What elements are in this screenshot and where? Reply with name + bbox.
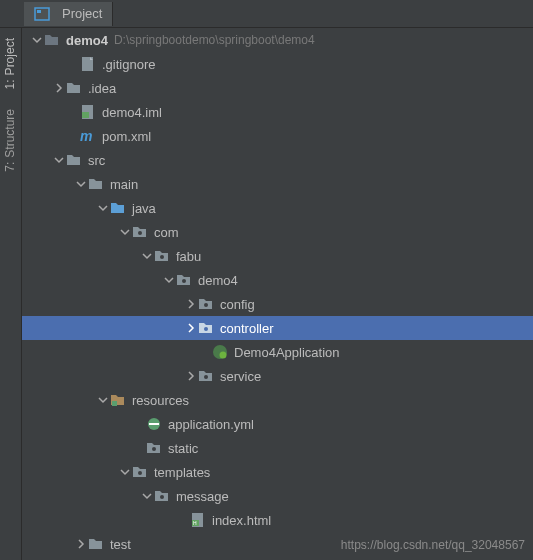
watermark-text: https://blog.csdn.net/qq_32048567: [341, 538, 525, 552]
folder-icon: [88, 176, 104, 192]
package-icon: [176, 272, 192, 288]
tree-row-folder[interactable]: src: [22, 148, 533, 172]
package-icon: [198, 296, 214, 312]
tree-label: controller: [220, 321, 273, 336]
tree-row-root[interactable]: demo4 D:\springbootdemo\springboot\demo4: [22, 28, 533, 52]
chevron-down-icon[interactable]: [30, 33, 44, 47]
tree-label: pom.xml: [102, 129, 151, 144]
side-tab-prefix: 7:: [3, 162, 17, 172]
tree-label: application.yml: [168, 417, 254, 432]
maven-icon: [80, 128, 96, 144]
module-icon: [44, 32, 60, 48]
tree-label: .gitignore: [102, 57, 155, 72]
project-icon: [34, 6, 50, 22]
resources-folder-icon: [110, 392, 126, 408]
project-tree[interactable]: demo4 D:\springbootdemo\springboot\demo4…: [22, 28, 533, 560]
chevron-down-icon[interactable]: [74, 177, 88, 191]
package-icon: [154, 488, 170, 504]
side-tab-strip: 1: Project 7: Structure: [0, 28, 22, 560]
package-icon: [198, 320, 214, 336]
side-tab-label: Project: [3, 38, 17, 75]
folder-icon: [88, 536, 104, 552]
tree-row-package[interactable]: com: [22, 220, 533, 244]
project-tab[interactable]: Project: [24, 2, 113, 26]
tree-label: .idea: [88, 81, 116, 96]
html-file-icon: [190, 512, 206, 528]
tree-row-package[interactable]: config: [22, 292, 533, 316]
tree-label: fabu: [176, 249, 201, 264]
chevron-down-icon[interactable]: [140, 489, 154, 503]
tree-row-package[interactable]: fabu: [22, 244, 533, 268]
tree-path: D:\springbootdemo\springboot\demo4: [114, 33, 315, 47]
tree-label: message: [176, 489, 229, 504]
tree-label: main: [110, 177, 138, 192]
chevron-down-icon[interactable]: [52, 153, 66, 167]
tree-row-file[interactable]: .gitignore: [22, 52, 533, 76]
tree-row-file[interactable]: index.html: [22, 508, 533, 532]
side-tab-project[interactable]: 1: Project: [0, 28, 20, 99]
package-icon: [146, 440, 162, 456]
tree-row-folder[interactable]: java: [22, 196, 533, 220]
iml-file-icon: [80, 104, 96, 120]
tree-label: Demo4Application: [234, 345, 340, 360]
tree-row-file[interactable]: application.yml: [22, 412, 533, 436]
chevron-down-icon[interactable]: [140, 249, 154, 263]
tree-row-folder[interactable]: static: [22, 436, 533, 460]
tree-label: src: [88, 153, 105, 168]
chevron-down-icon[interactable]: [118, 225, 132, 239]
folder-icon: [66, 152, 82, 168]
chevron-down-icon[interactable]: [118, 465, 132, 479]
tree-row-package-selected[interactable]: controller: [22, 316, 533, 340]
chevron-right-icon[interactable]: [184, 297, 198, 311]
tree-label: config: [220, 297, 255, 312]
tree-row-package[interactable]: demo4: [22, 268, 533, 292]
file-icon: [80, 56, 96, 72]
package-icon: [154, 248, 170, 264]
tree-row-file[interactable]: demo4.iml: [22, 100, 533, 124]
tree-row-folder[interactable]: templates: [22, 460, 533, 484]
tree-label: demo4: [66, 33, 108, 48]
tree-label: com: [154, 225, 179, 240]
chevron-down-icon[interactable]: [96, 393, 110, 407]
chevron-right-icon[interactable]: [74, 537, 88, 551]
side-tab-structure[interactable]: 7: Structure: [0, 99, 20, 182]
tab-label: Project: [62, 6, 102, 21]
package-icon: [198, 368, 214, 384]
tree-label: demo4: [198, 273, 238, 288]
tree-row-folder[interactable]: message: [22, 484, 533, 508]
tree-row-file[interactable]: pom.xml: [22, 124, 533, 148]
tree-label: service: [220, 369, 261, 384]
yml-file-icon: [146, 416, 162, 432]
package-icon: [132, 464, 148, 480]
spring-boot-icon: [212, 344, 228, 360]
side-tab-label: Structure: [3, 109, 17, 158]
chevron-right-icon[interactable]: [184, 369, 198, 383]
tree-row-folder[interactable]: .idea: [22, 76, 533, 100]
tree-row-class[interactable]: Demo4Application: [22, 340, 533, 364]
tree-row-folder[interactable]: main: [22, 172, 533, 196]
tree-row-package[interactable]: service: [22, 364, 533, 388]
package-icon: [132, 224, 148, 240]
tree-label: resources: [132, 393, 189, 408]
tree-label: test: [110, 537, 131, 552]
tree-label: static: [168, 441, 198, 456]
folder-icon: [66, 80, 82, 96]
tree-label: java: [132, 201, 156, 216]
chevron-down-icon[interactable]: [96, 201, 110, 215]
tree-label: templates: [154, 465, 210, 480]
chevron-down-icon[interactable]: [162, 273, 176, 287]
source-folder-icon: [110, 200, 126, 216]
tree-row-folder[interactable]: resources: [22, 388, 533, 412]
side-tab-prefix: 1:: [3, 79, 17, 89]
tool-window-tab-bar: Project: [0, 0, 533, 28]
tree-label: index.html: [212, 513, 271, 528]
tree-label: demo4.iml: [102, 105, 162, 120]
chevron-right-icon[interactable]: [52, 81, 66, 95]
chevron-right-icon[interactable]: [184, 321, 198, 335]
